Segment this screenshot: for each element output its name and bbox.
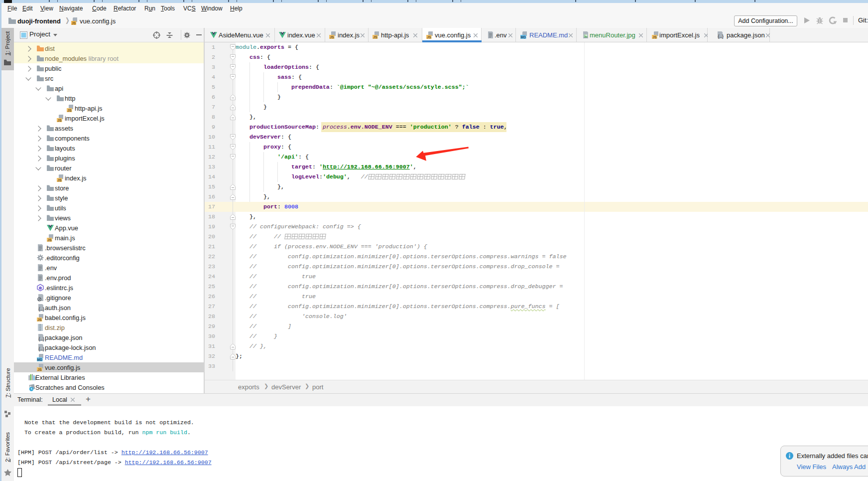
svg-text:JS: JS [72, 21, 76, 25]
